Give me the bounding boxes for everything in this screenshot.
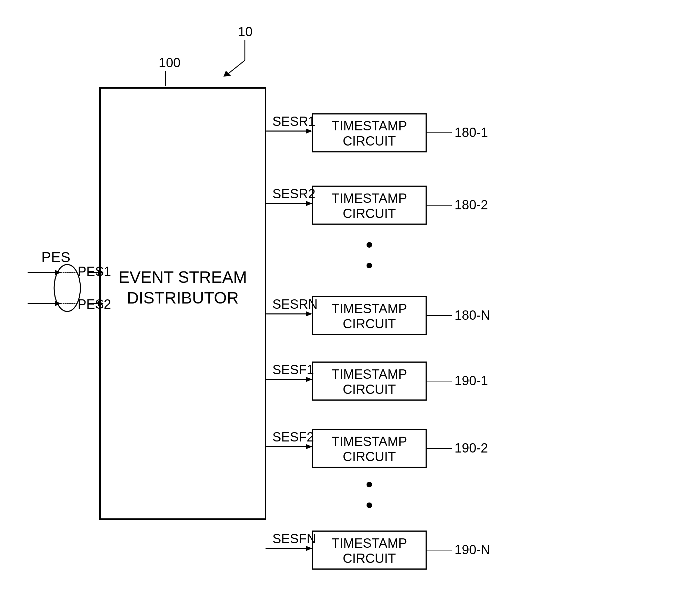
ts-label2-f2: CIRCUIT <box>343 449 396 464</box>
ts-label1-f2: TIMESTAMP <box>332 434 407 449</box>
ref-180-2: 180-2 <box>455 198 488 212</box>
svg-marker-14 <box>306 129 312 133</box>
svg-marker-20 <box>306 377 312 382</box>
ts-label2-2: CIRCUIT <box>343 206 396 221</box>
ref-190-2: 190-2 <box>455 441 488 455</box>
sesf2-label: SESF2 <box>272 430 314 444</box>
ref-100: 100 <box>159 56 180 70</box>
ts-label1-fn: TIMESTAMP <box>332 536 407 550</box>
ts-label1-n1: TIMESTAMP <box>332 301 407 316</box>
diagram-container: 10 100 EVENT STREAM DISTRIBUTOR PES PES1… <box>0 0 699 616</box>
svg-line-1 <box>228 60 245 74</box>
svg-marker-2 <box>223 71 231 77</box>
ref-180-1: 180-1 <box>455 125 488 140</box>
pes2-label: PES2 <box>78 297 111 311</box>
dots-3: • <box>366 473 373 496</box>
ts-label2-1: CIRCUIT <box>343 134 396 148</box>
pes1-label: PES1 <box>78 264 111 279</box>
ts-label1-f1: TIMESTAMP <box>332 367 407 381</box>
distributor-label-1: EVENT STREAM <box>119 268 247 286</box>
ts-label1-1: TIMESTAMP <box>332 119 407 133</box>
ref-190-n: 190-N <box>455 543 490 557</box>
sesfn-label: SESFN <box>272 531 316 546</box>
ref-10: 10 <box>238 24 252 39</box>
ref-180-n: 180-N <box>455 308 490 322</box>
sesr2-label: SESR2 <box>272 187 316 201</box>
ref-190-1: 190-1 <box>455 374 488 388</box>
dots-1: • <box>366 233 373 256</box>
dots-2: • <box>366 254 373 277</box>
dots-4: • <box>366 494 373 517</box>
sesf1-label: SESF1 <box>272 362 314 377</box>
svg-marker-16 <box>306 201 312 206</box>
svg-marker-24 <box>306 546 312 551</box>
pes-label: PES <box>41 249 70 265</box>
ts-label2-n1: CIRCUIT <box>343 317 396 331</box>
sesrn-label: SESRN <box>272 297 318 311</box>
distributor-label-2: DISTRIBUTOR <box>127 289 239 307</box>
svg-marker-22 <box>306 444 312 449</box>
ts-label2-fn: CIRCUIT <box>343 551 396 566</box>
ts-label1-2: TIMESTAMP <box>332 191 407 206</box>
svg-marker-18 <box>306 311 312 316</box>
sesr1-label: SESR1 <box>272 114 316 129</box>
ts-label2-f1: CIRCUIT <box>343 382 396 397</box>
